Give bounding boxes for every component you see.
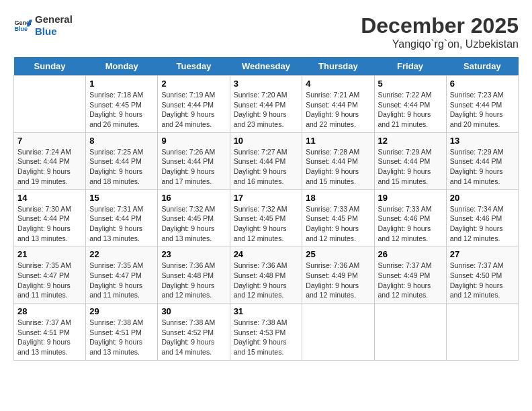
calendar-cell: 28Sunrise: 7:37 AMSunset: 4:51 PMDayligh… bbox=[14, 304, 86, 361]
calendar-cell: 6Sunrise: 7:23 AMSunset: 4:44 PMDaylight… bbox=[446, 76, 518, 133]
day-header-wednesday: Wednesday bbox=[230, 57, 302, 76]
calendar-cell: 14Sunrise: 7:30 AMSunset: 4:44 PMDayligh… bbox=[14, 189, 86, 246]
date-number: 30 bbox=[161, 306, 226, 316]
cell-details: Sunrise: 7:32 AMSunset: 4:45 PMDaylight:… bbox=[161, 204, 226, 244]
day-header-tuesday: Tuesday bbox=[158, 57, 230, 76]
date-number: 23 bbox=[161, 249, 226, 259]
date-number: 24 bbox=[234, 249, 299, 259]
date-number: 18 bbox=[306, 193, 370, 203]
date-number: 25 bbox=[306, 249, 370, 259]
cell-details: Sunrise: 7:38 AMSunset: 4:51 PMDaylight:… bbox=[89, 318, 154, 357]
calendar-cell: 2Sunrise: 7:19 AMSunset: 4:44 PMDaylight… bbox=[158, 76, 230, 133]
date-number: 20 bbox=[450, 193, 515, 203]
date-number: 22 bbox=[89, 249, 154, 259]
calendar-cell: 25Sunrise: 7:36 AMSunset: 4:49 PMDayligh… bbox=[302, 246, 374, 304]
date-number: 5 bbox=[378, 79, 443, 89]
title-block: December 2025 Yangiqo`rg`on, Uzbekistan bbox=[361, 13, 519, 50]
cell-details: Sunrise: 7:35 AMSunset: 4:47 PMDaylight:… bbox=[89, 261, 154, 300]
calendar-cell bbox=[302, 304, 374, 361]
cell-details: Sunrise: 7:36 AMSunset: 4:49 PMDaylight:… bbox=[306, 261, 370, 300]
date-number: 1 bbox=[89, 79, 154, 89]
day-header-saturday: Saturday bbox=[446, 57, 518, 76]
date-number: 17 bbox=[234, 193, 299, 203]
day-header-row: SundayMondayTuesdayWednesdayThursdayFrid… bbox=[14, 57, 519, 76]
calendar-cell: 7Sunrise: 7:24 AMSunset: 4:44 PMDaylight… bbox=[14, 132, 86, 189]
cell-details: Sunrise: 7:29 AMSunset: 4:44 PMDaylight:… bbox=[450, 147, 515, 187]
calendar-cell: 8Sunrise: 7:25 AMSunset: 4:44 PMDaylight… bbox=[86, 132, 158, 189]
date-number: 29 bbox=[89, 306, 154, 316]
cell-details: Sunrise: 7:30 AMSunset: 4:44 PMDaylight:… bbox=[17, 204, 82, 244]
week-row-4: 21Sunrise: 7:35 AMSunset: 4:47 PMDayligh… bbox=[14, 246, 519, 304]
cell-details: Sunrise: 7:19 AMSunset: 4:44 PMDaylight:… bbox=[161, 90, 226, 130]
date-number: 11 bbox=[306, 136, 370, 146]
date-number: 14 bbox=[17, 193, 82, 203]
cell-details: Sunrise: 7:20 AMSunset: 4:44 PMDaylight:… bbox=[234, 90, 299, 130]
date-number: 13 bbox=[450, 136, 515, 146]
calendar-cell bbox=[446, 304, 518, 361]
cell-details: Sunrise: 7:33 AMSunset: 4:45 PMDaylight:… bbox=[306, 204, 370, 244]
calendar-cell: 3Sunrise: 7:20 AMSunset: 4:44 PMDaylight… bbox=[230, 76, 302, 133]
calendar-cell: 27Sunrise: 7:37 AMSunset: 4:50 PMDayligh… bbox=[446, 246, 518, 304]
date-number: 15 bbox=[89, 193, 154, 203]
calendar-cell: 20Sunrise: 7:34 AMSunset: 4:46 PMDayligh… bbox=[446, 189, 518, 246]
calendar-cell: 15Sunrise: 7:31 AMSunset: 4:44 PMDayligh… bbox=[86, 189, 158, 246]
cell-details: Sunrise: 7:38 AMSunset: 4:53 PMDaylight:… bbox=[234, 318, 299, 357]
calendar-cell: 1Sunrise: 7:18 AMSunset: 4:45 PMDaylight… bbox=[86, 76, 158, 133]
date-number: 4 bbox=[306, 79, 370, 89]
page-header: General Blue General Blue December 2025 … bbox=[13, 13, 519, 50]
week-row-3: 14Sunrise: 7:30 AMSunset: 4:44 PMDayligh… bbox=[14, 189, 519, 246]
calendar-cell: 17Sunrise: 7:32 AMSunset: 4:45 PMDayligh… bbox=[230, 189, 302, 246]
week-row-5: 28Sunrise: 7:37 AMSunset: 4:51 PMDayligh… bbox=[14, 304, 519, 361]
date-number: 8 bbox=[89, 136, 154, 146]
subtitle: Yangiqo`rg`on, Uzbekistan bbox=[361, 38, 519, 50]
calendar-cell: 9Sunrise: 7:26 AMSunset: 4:44 PMDaylight… bbox=[158, 132, 230, 189]
cell-details: Sunrise: 7:37 AMSunset: 4:50 PMDaylight:… bbox=[450, 261, 515, 300]
calendar-cell: 24Sunrise: 7:36 AMSunset: 4:48 PMDayligh… bbox=[230, 246, 302, 304]
cell-details: Sunrise: 7:36 AMSunset: 4:48 PMDaylight:… bbox=[161, 261, 226, 300]
date-number: 21 bbox=[17, 249, 82, 259]
calendar-cell: 16Sunrise: 7:32 AMSunset: 4:45 PMDayligh… bbox=[158, 189, 230, 246]
calendar-cell: 18Sunrise: 7:33 AMSunset: 4:45 PMDayligh… bbox=[302, 189, 374, 246]
calendar-cell: 13Sunrise: 7:29 AMSunset: 4:44 PMDayligh… bbox=[446, 132, 518, 189]
date-number: 16 bbox=[161, 193, 226, 203]
cell-details: Sunrise: 7:38 AMSunset: 4:52 PMDaylight:… bbox=[161, 318, 226, 357]
main-title: December 2025 bbox=[361, 13, 519, 38]
date-number: 27 bbox=[450, 249, 515, 259]
cell-details: Sunrise: 7:28 AMSunset: 4:44 PMDaylight:… bbox=[306, 147, 370, 187]
cell-details: Sunrise: 7:27 AMSunset: 4:44 PMDaylight:… bbox=[234, 147, 299, 187]
cell-details: Sunrise: 7:35 AMSunset: 4:47 PMDaylight:… bbox=[17, 261, 82, 300]
svg-text:Blue: Blue bbox=[14, 26, 28, 32]
calendar-cell: 26Sunrise: 7:37 AMSunset: 4:49 PMDayligh… bbox=[374, 246, 446, 304]
date-number: 2 bbox=[161, 79, 226, 89]
cell-details: Sunrise: 7:37 AMSunset: 4:49 PMDaylight:… bbox=[378, 261, 443, 300]
calendar-cell bbox=[374, 304, 446, 361]
date-number: 9 bbox=[161, 136, 226, 146]
cell-details: Sunrise: 7:26 AMSunset: 4:44 PMDaylight:… bbox=[161, 147, 226, 187]
cell-details: Sunrise: 7:37 AMSunset: 4:51 PMDaylight:… bbox=[17, 318, 82, 357]
date-number: 3 bbox=[234, 79, 299, 89]
logo-icon: General Blue bbox=[13, 16, 32, 35]
calendar-cell: 21Sunrise: 7:35 AMSunset: 4:47 PMDayligh… bbox=[14, 246, 86, 304]
date-number: 6 bbox=[450, 79, 515, 89]
calendar-cell: 29Sunrise: 7:38 AMSunset: 4:51 PMDayligh… bbox=[86, 304, 158, 361]
day-header-friday: Friday bbox=[374, 57, 446, 76]
cell-details: Sunrise: 7:34 AMSunset: 4:46 PMDaylight:… bbox=[450, 204, 515, 244]
date-number: 12 bbox=[378, 136, 443, 146]
cell-details: Sunrise: 7:24 AMSunset: 4:44 PMDaylight:… bbox=[17, 147, 82, 187]
logo: General Blue General Blue bbox=[13, 13, 73, 38]
week-row-2: 7Sunrise: 7:24 AMSunset: 4:44 PMDaylight… bbox=[14, 132, 519, 189]
date-number: 31 bbox=[234, 306, 299, 316]
week-row-1: 1Sunrise: 7:18 AMSunset: 4:45 PMDaylight… bbox=[14, 76, 519, 133]
cell-details: Sunrise: 7:33 AMSunset: 4:46 PMDaylight:… bbox=[378, 204, 443, 244]
cell-details: Sunrise: 7:21 AMSunset: 4:44 PMDaylight:… bbox=[306, 90, 370, 130]
calendar-cell: 10Sunrise: 7:27 AMSunset: 4:44 PMDayligh… bbox=[230, 132, 302, 189]
calendar-cell: 22Sunrise: 7:35 AMSunset: 4:47 PMDayligh… bbox=[86, 246, 158, 304]
day-header-monday: Monday bbox=[86, 57, 158, 76]
calendar-cell: 23Sunrise: 7:36 AMSunset: 4:48 PMDayligh… bbox=[158, 246, 230, 304]
cell-details: Sunrise: 7:32 AMSunset: 4:45 PMDaylight:… bbox=[234, 204, 299, 244]
calendar-cell: 19Sunrise: 7:33 AMSunset: 4:46 PMDayligh… bbox=[374, 189, 446, 246]
calendar-cell: 12Sunrise: 7:29 AMSunset: 4:44 PMDayligh… bbox=[374, 132, 446, 189]
day-header-thursday: Thursday bbox=[302, 57, 374, 76]
logo-general: General bbox=[35, 13, 73, 26]
calendar-cell: 30Sunrise: 7:38 AMSunset: 4:52 PMDayligh… bbox=[158, 304, 230, 361]
